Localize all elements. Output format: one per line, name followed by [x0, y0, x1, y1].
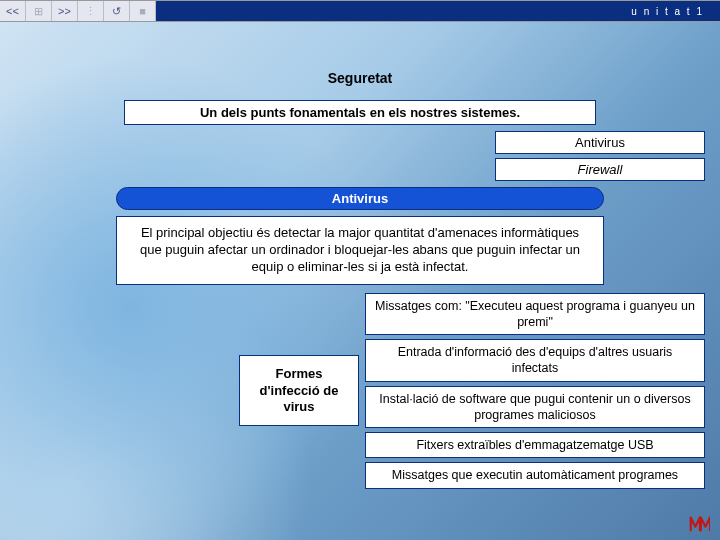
list-item: Entrada d'informació des d'equips d'altr…: [365, 339, 705, 382]
unit-label: u n i t a t 1: [631, 6, 704, 17]
grid-button[interactable]: ⊞: [26, 1, 52, 21]
right-column: Antivirus Firewall: [0, 131, 720, 181]
infection-methods-list: Missatges com: "Executeu aquest programa…: [365, 293, 705, 489]
top-toolbar: << ⊞ >> ⋮ ↺ ■ u n i t a t 1: [0, 0, 720, 22]
publisher-logo-icon: [688, 512, 710, 534]
antivirus-description: El principal objectiu és detectar la maj…: [116, 216, 604, 285]
prev-button[interactable]: <<: [0, 1, 26, 21]
list-item: Missatges com: "Executeu aquest programa…: [365, 293, 705, 336]
slide-content: Seguretat Un dels punts fonamentals en e…: [0, 22, 720, 540]
infection-forms-label: Formes d'infecció de virus: [239, 355, 359, 426]
subtitle-box: Un dels punts fonamentals en els nostres…: [124, 100, 596, 125]
unit-label-bar: u n i t a t 1: [156, 1, 720, 21]
antivirus-link[interactable]: Antivirus: [495, 131, 705, 154]
reload-button[interactable]: ↺: [104, 1, 130, 21]
next-button[interactable]: >>: [52, 1, 78, 21]
list-item: Missatges que executin automàticament pr…: [365, 462, 705, 488]
page-title: Seguretat: [0, 70, 720, 86]
infection-section: Formes d'infecció de virus Missatges com…: [0, 293, 720, 489]
list-item: Fitxers extraïbles d'emmagatzematge USB: [365, 432, 705, 458]
stop-button[interactable]: ■: [130, 1, 156, 21]
section-header-antivirus: Antivirus: [116, 187, 604, 210]
list-item: Instal·lació de software que pugui conte…: [365, 386, 705, 429]
firewall-link[interactable]: Firewall: [495, 158, 705, 181]
list-button[interactable]: ⋮: [78, 1, 104, 21]
nav-button-group: << ⊞ >> ⋮ ↺ ■: [0, 1, 156, 21]
